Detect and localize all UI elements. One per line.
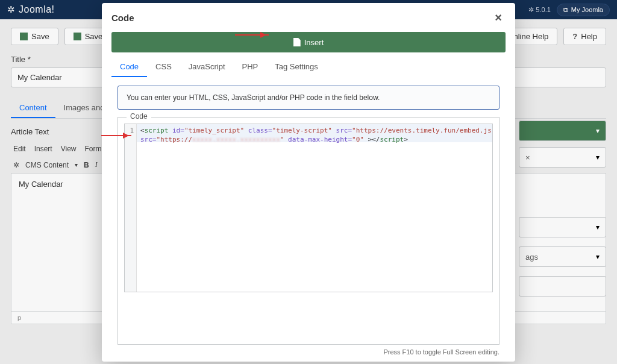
code-fieldset: Code 1 <script id="timely_script" class=… [117, 117, 500, 333]
code-tabs: Code CSS JavaScript PHP Tag Settings [102, 52, 515, 77]
code-modal: Code × Insert Code CSS JavaScript PHP Ta… [102, 3, 515, 333]
tab-tag-settings[interactable]: Tag Settings [266, 57, 327, 77]
tab-css[interactable]: CSS [147, 57, 180, 77]
modal-title: Code [111, 13, 134, 23]
close-icon[interactable]: × [491, 10, 506, 25]
file-icon [293, 38, 301, 46]
code-editor[interactable]: 1 <script id="timely_script" class="time… [124, 124, 493, 292]
tab-php[interactable]: PHP [234, 57, 267, 77]
code-editor-body[interactable]: <script id="timely_script" class="timely… [137, 124, 492, 292]
annotation-arrow-code [101, 135, 131, 136]
info-box: You can enter your HTML, CSS, JavaScript… [117, 86, 500, 110]
tab-javascript[interactable]: JavaScript [180, 57, 234, 77]
annotation-arrow-insert [235, 34, 269, 36]
code-legend: Code [127, 112, 151, 121]
insert-label: Insert [304, 38, 324, 47]
line-gutter: 1 [125, 124, 137, 292]
insert-button[interactable]: Insert [111, 32, 506, 52]
tab-code[interactable]: Code [111, 57, 147, 77]
redacted-url: xxxxx.xxxxx.xxxxxxxxxx [192, 136, 280, 143]
